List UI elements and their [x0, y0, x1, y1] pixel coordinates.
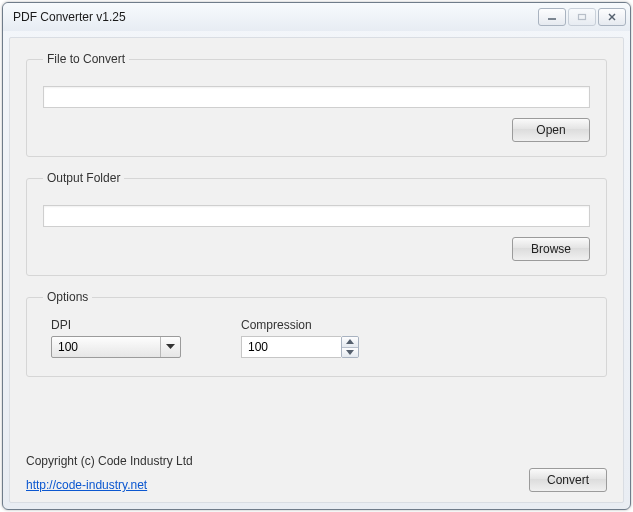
output-group-legend: Output Folder	[43, 171, 124, 185]
chevron-up-icon	[346, 339, 354, 344]
close-button[interactable]	[598, 8, 626, 26]
compression-input[interactable]	[241, 336, 341, 358]
svg-marker-4	[166, 344, 175, 349]
minimize-icon	[547, 13, 557, 21]
compression-spinner	[241, 336, 359, 358]
output-folder-input[interactable]	[43, 205, 590, 227]
dpi-dropdown[interactable]: 100	[51, 336, 181, 358]
chevron-down-icon	[346, 350, 354, 355]
maximize-button	[568, 8, 596, 26]
compression-option: Compression	[241, 318, 359, 358]
vendor-link[interactable]: http://code-industry.net	[26, 478, 193, 492]
options-group: Options DPI 100 Compression	[26, 290, 607, 377]
window-controls	[536, 8, 626, 26]
titlebar: PDF Converter v1.25	[3, 3, 630, 31]
maximize-icon	[577, 13, 587, 21]
dpi-dropdown-arrow	[160, 337, 180, 357]
app-window: PDF Converter v1.25 File to Convert Open	[2, 2, 631, 510]
output-folder-group: Output Folder Browse	[26, 171, 607, 276]
open-button[interactable]: Open	[512, 118, 590, 142]
footer: Copyright (c) Code Industry Ltd http://c…	[26, 446, 607, 492]
window-title: PDF Converter v1.25	[13, 10, 536, 24]
file-path-input[interactable]	[43, 86, 590, 108]
copyright-text: Copyright (c) Code Industry Ltd	[26, 454, 193, 468]
close-icon	[607, 13, 617, 21]
compression-step-up[interactable]	[342, 337, 358, 347]
browse-button[interactable]: Browse	[512, 237, 590, 261]
chevron-down-icon	[166, 344, 175, 350]
svg-rect-1	[579, 15, 586, 20]
dpi-option: DPI 100	[51, 318, 181, 358]
dpi-value: 100	[58, 340, 78, 354]
file-group-legend: File to Convert	[43, 52, 129, 66]
options-group-legend: Options	[43, 290, 92, 304]
compression-label: Compression	[241, 318, 359, 332]
file-to-convert-group: File to Convert Open	[26, 52, 607, 157]
compression-step-down[interactable]	[342, 347, 358, 358]
svg-marker-5	[346, 339, 354, 344]
minimize-button[interactable]	[538, 8, 566, 26]
convert-button[interactable]: Convert	[529, 468, 607, 492]
svg-marker-6	[346, 350, 354, 355]
client-area: File to Convert Open Output Folder Brows…	[9, 37, 624, 503]
dpi-label: DPI	[51, 318, 181, 332]
